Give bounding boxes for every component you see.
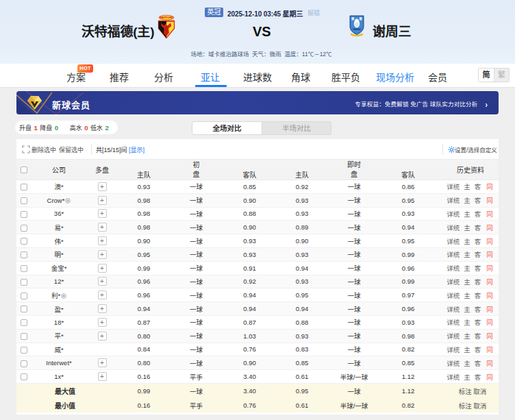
svg-text:WATFORD: WATFORD	[160, 16, 173, 19]
